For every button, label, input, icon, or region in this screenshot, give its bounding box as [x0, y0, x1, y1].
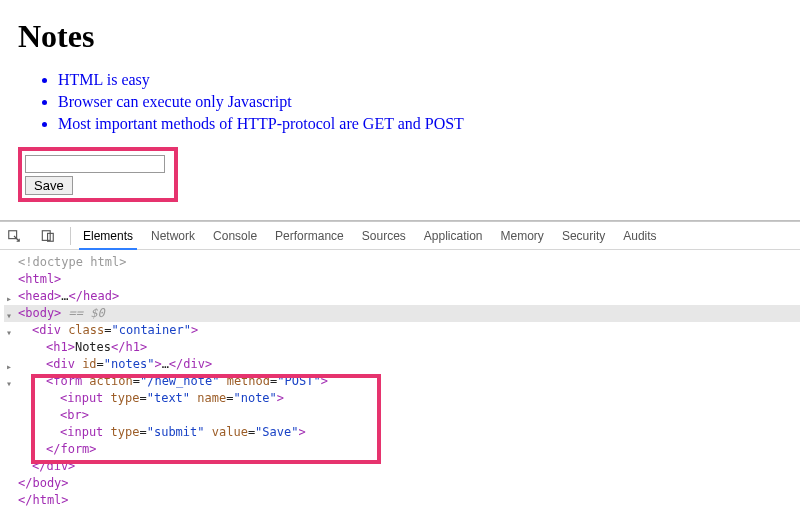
dom-html-close[interactable]: </html> [4, 492, 800, 509]
dom-form-open[interactable]: <form action="/new_note" method="POST"> [4, 373, 800, 390]
tab-network[interactable]: Network [151, 229, 195, 243]
tab-sources[interactable]: Sources [362, 229, 406, 243]
tab-console[interactable]: Console [213, 229, 257, 243]
rendered-page: Notes HTML is easy Browser can execute o… [0, 0, 800, 212]
dom-head[interactable]: <head>…</head> [4, 288, 800, 305]
tab-elements[interactable]: Elements [83, 229, 133, 243]
dom-form-close[interactable]: </form> [4, 441, 800, 458]
device-toggle-icon[interactable] [40, 228, 56, 244]
note-item: HTML is easy [58, 69, 782, 91]
tab-audits[interactable]: Audits [623, 229, 656, 243]
tab-memory[interactable]: Memory [501, 229, 544, 243]
tab-performance[interactable]: Performance [275, 229, 344, 243]
dom-html-open[interactable]: <html> [4, 271, 800, 288]
page-title: Notes [18, 18, 782, 55]
tab-security[interactable]: Security [562, 229, 605, 243]
dom-br[interactable]: <br> [4, 407, 800, 424]
dom-input-submit[interactable]: <input type="submit" value="Save"> [4, 424, 800, 441]
dom-tree[interactable]: <!doctype html> <html> <head>…</head> ⋯<… [0, 250, 800, 515]
devtools-panel: Elements Network Console Performance Sou… [0, 221, 800, 515]
note-item: Most important methods of HTTP-protocol … [58, 113, 782, 135]
dom-div-container[interactable]: <div class="container"> [4, 322, 800, 339]
inspect-icon[interactable] [6, 228, 22, 244]
tab-application[interactable]: Application [424, 229, 483, 243]
note-input[interactable] [25, 155, 165, 173]
dom-doctype[interactable]: <!doctype html> [4, 254, 800, 271]
dom-div-close[interactable]: </div> [4, 458, 800, 475]
notes-list: HTML is easy Browser can execute only Ja… [18, 69, 782, 135]
tab-separator [70, 227, 71, 245]
dom-body-open[interactable]: ⋯<body> == $0 [4, 305, 800, 322]
dom-div-notes[interactable]: <div id="notes">…</div> [4, 356, 800, 373]
new-note-form-highlight: Save [18, 147, 178, 202]
dom-h1[interactable]: <h1>Notes</h1> [4, 339, 800, 356]
note-item: Browser can execute only Javascript [58, 91, 782, 113]
dom-input-text[interactable]: <input type="text" name="note"> [4, 390, 800, 407]
dom-body-close[interactable]: </body> [4, 475, 800, 492]
save-button[interactable]: Save [25, 176, 73, 195]
devtools-tabbar: Elements Network Console Performance Sou… [0, 222, 800, 250]
svg-rect-1 [42, 230, 50, 240]
